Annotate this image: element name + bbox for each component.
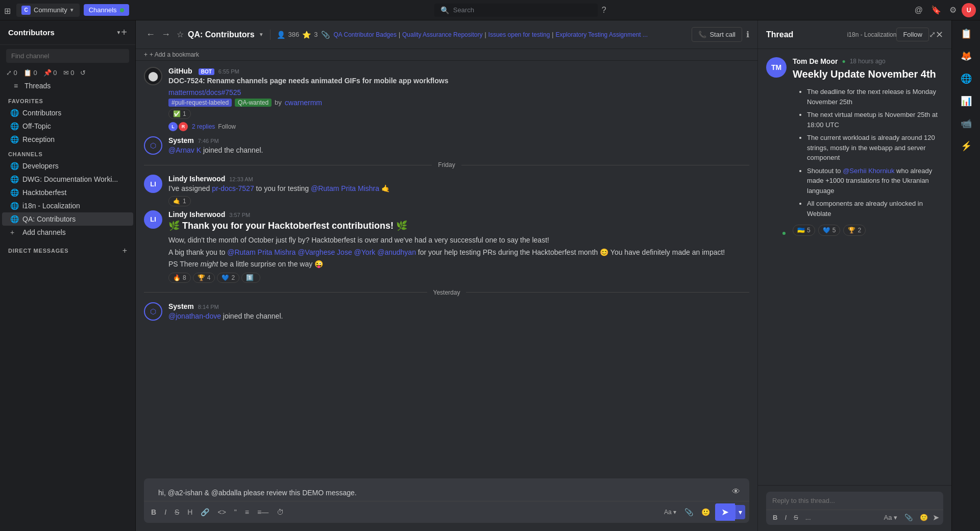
italic-button[interactable]: I (161, 506, 169, 518)
workspace-switcher[interactable]: C Community ▼ (16, 4, 80, 17)
right-icon-globe[interactable]: 🌐 (957, 69, 975, 88)
timer-button[interactable]: ⏱ (274, 506, 287, 518)
avatar[interactable]: U (962, 3, 976, 17)
help-icon[interactable]: ? (602, 6, 606, 15)
thread-react-flag[interactable]: 🇺🇦 5 (793, 225, 815, 236)
repo-link[interactable]: mattermost/docs#7525 (168, 88, 241, 96)
thread-message-body: Tom De Moor ● 18 hours ago Weekly Update… (793, 57, 943, 236)
right-icon-firefox[interactable]: 🦊 (957, 47, 975, 65)
thread-italic-button[interactable]: I (782, 512, 789, 523)
find-channel-input[interactable] (6, 49, 129, 63)
reply-count-link[interactable]: 2 replies (192, 123, 215, 130)
sidebar-add-button[interactable]: + (121, 27, 127, 38)
nav-forward-button[interactable]: → (159, 27, 173, 42)
reaction-one[interactable]: 1️⃣ (241, 273, 260, 283)
send-button[interactable]: ➤ (715, 503, 735, 521)
settings-button[interactable]: ⚙ (946, 2, 960, 18)
channel-name-arrow[interactable]: ▼ (259, 32, 264, 37)
right-icon-chart[interactable]: 📊 (957, 92, 975, 110)
thread-emoji-button[interactable]: 🙂 (917, 512, 930, 523)
thread-close-button[interactable]: ✕ (936, 29, 943, 40)
sidebar-item-dwg[interactable]: 🌐 DWG: Documentation Worki... (2, 173, 133, 186)
right-icon-clipboard[interactable]: 📋 (957, 25, 975, 43)
font-size-button[interactable]: Aa ▾ (661, 506, 679, 518)
pr-label-tag[interactable]: #pull-request-labeled (168, 99, 232, 107)
thread-react-trophy[interactable]: 🏆 2 (843, 225, 866, 236)
sidebar-item-i18n[interactable]: 🌐 i18n - Localization (2, 199, 133, 212)
channels-tab[interactable]: Channels (84, 4, 129, 16)
sidebar-item-add-channels[interactable]: + Add channels (2, 226, 133, 239)
emoji-button[interactable]: 🙂 (698, 506, 713, 518)
bookmark-link-3[interactable]: Issues open for testing (488, 31, 550, 38)
mention-serhii[interactable]: @Serhii Khorniuk (843, 167, 894, 175)
thread-reply-input[interactable] (766, 492, 943, 510)
sidebar-icon-messages[interactable]: ✉ 0 (63, 69, 75, 77)
sidebar-item-reception[interactable]: 🌐 Reception (2, 133, 133, 146)
sidebar-nav-threads[interactable]: ≡ Threads (3, 79, 132, 93)
thread-more-button[interactable]: ... (803, 512, 814, 523)
code-button[interactable]: <> (214, 506, 229, 518)
bold-button[interactable]: B (148, 506, 159, 518)
mention-york[interactable]: @York (354, 248, 376, 256)
mention-link[interactable]: @Arnav K (168, 146, 201, 154)
mention-link[interactable]: @Rutam Prita Mishra (311, 184, 379, 192)
right-icon-integrations[interactable]: ⚡ (957, 137, 975, 155)
qa-wanted-tag[interactable]: QA-wanted (235, 99, 272, 107)
sidebar-icon-bookmarks[interactable]: 📌 0 (43, 69, 57, 77)
sidebar-item-developers[interactable]: 🌐 Developers (2, 159, 133, 173)
sidebar-item-contributors[interactable]: 🌐 Contributors (2, 106, 133, 119)
reaction-trophy[interactable]: 🏆 4 (193, 273, 215, 283)
messages-area[interactable]: ⬤ GitHub BOT 6:55 PM DOC-7524: Rename ch… (136, 61, 757, 474)
mention-button[interactable]: @ (912, 3, 926, 18)
grid-icon[interactable]: ⊞ (4, 6, 12, 14)
thread-bold-button[interactable]: B (770, 512, 780, 523)
thread-expand-button[interactable]: ⤢ (929, 30, 936, 39)
sidebar-icon-reactions[interactable]: 📋 0 (23, 69, 37, 77)
reply-follow-button[interactable]: Follow (218, 123, 236, 130)
thread-send-button[interactable]: ➤ (933, 513, 939, 522)
bookmark-link-1[interactable]: QA Contributor Badges (334, 31, 397, 38)
bookmark-link-2[interactable]: Quality Assurance Repository (402, 31, 482, 38)
start-call-button[interactable]: 📞 Start call (692, 27, 742, 42)
send-dropdown-button[interactable]: ▾ (735, 505, 745, 519)
nav-back-button[interactable]: ← (144, 27, 157, 42)
eye-toggle-button[interactable]: 👁 (729, 485, 743, 498)
sidebar-item-qa-contributors[interactable]: 🌐 QA: Contributors (2, 212, 133, 226)
add-bookmark-button[interactable]: + + Add a bookmark (144, 51, 199, 58)
search-bar[interactable]: 🔍 Search (434, 4, 598, 17)
attach-button[interactable]: 📎 (681, 506, 696, 518)
sidebar-icon-mentions[interactable]: ⤢ 0 (6, 69, 17, 77)
thread-react-heart[interactable]: 💙 5 (818, 225, 841, 236)
star-icon[interactable]: ☆ (177, 30, 184, 39)
heading-button[interactable]: H (184, 506, 195, 518)
reaction-thumbs[interactable]: 🤙 1 (168, 196, 191, 206)
sidebar-icon-refresh[interactable]: ↺ (80, 69, 86, 77)
sidebar-item-hacktoberfest[interactable]: 🌐 Hacktoberfest (2, 186, 133, 199)
strikethrough-button[interactable]: S (172, 506, 182, 518)
reaction-check[interactable]: ✅ 1 (168, 109, 191, 119)
sidebar-item-off-topic[interactable]: 🌐 Off-Topic (2, 119, 133, 133)
user-link-cwarnermm[interactable]: cwarnermm (285, 99, 322, 107)
thread-attach-button[interactable]: 📎 (902, 512, 915, 523)
reaction-heart[interactable]: 💙 2 (217, 273, 239, 283)
list-ordered-button[interactable]: ≡— (254, 506, 272, 518)
mention-link-dove[interactable]: @jonathan-dove (168, 312, 221, 320)
thread-follow-button[interactable]: Follow (896, 28, 929, 41)
right-icon-video[interactable]: 📹 (957, 114, 975, 133)
dm-add-button[interactable]: + (122, 246, 127, 255)
list-bullet-button[interactable]: ≡ (242, 506, 252, 518)
mention-varghese[interactable]: @Varghese Jose (298, 248, 352, 256)
thread-font-button[interactable]: Aa ▾ (881, 512, 900, 523)
quote-button[interactable]: " (231, 506, 240, 518)
bookmark-button[interactable]: 🔖 (928, 2, 944, 18)
message-input[interactable]: hi, @a2-ishan & @abdalla please review t… (150, 482, 729, 501)
info-button[interactable]: ℹ (746, 30, 749, 39)
link-button[interactable]: 🔗 (198, 506, 212, 518)
thread-strike-button[interactable]: S (791, 512, 801, 523)
mention-rutam[interactable]: @Rutam Prita Mishra (227, 248, 296, 256)
mention-anudhyan[interactable]: @anudhyan (377, 248, 416, 256)
reaction-fire[interactable]: 🔥 8 (168, 273, 191, 283)
bookmark-link-4[interactable]: Exploratory Testing Assignment ... (555, 31, 648, 38)
pin-icon[interactable]: 📎 (321, 31, 330, 39)
pr-link[interactable]: pr-docs-7527 (212, 184, 254, 192)
